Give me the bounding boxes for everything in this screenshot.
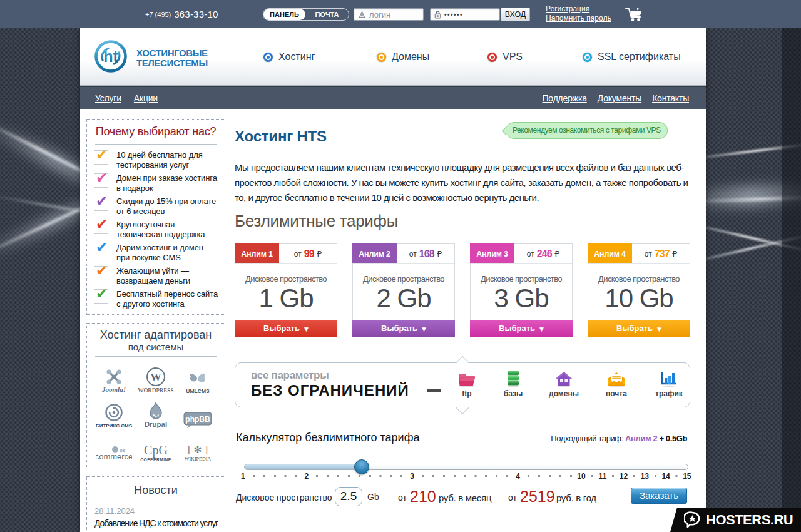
- chevron-down-icon: ▼: [657, 326, 661, 332]
- subnav-support[interactable]: Поддержка: [543, 93, 587, 103]
- remind-password-link[interactable]: Напомнить пароль: [546, 14, 611, 23]
- user-icon: [358, 11, 366, 19]
- cms-logo-wordpress: W WORDPRESS: [135, 359, 177, 394]
- company-name: ХОСТИНГОВЫЕ ТЕЛЕСИСТЕМЫ: [136, 48, 208, 68]
- cms-logo-joomla: Joomla!: [93, 359, 135, 394]
- lock-icon: [434, 11, 441, 19]
- tariff-badge: Анлим 1: [235, 243, 279, 263]
- adapted-box: Хостинг адаптирован под системы J: [86, 323, 225, 468]
- nav-vps[interactable]: VPS: [487, 28, 523, 86]
- choose-button[interactable]: Выбрать▼: [352, 320, 455, 337]
- nav-label: Домены: [392, 51, 429, 63]
- check-icon: ✔: [94, 220, 108, 234]
- disk-size: 10 Gb: [588, 284, 690, 313]
- unlimited-panel: все параметры БЕЗ ОГРАНИЧЕНИЙ ftp: [235, 362, 690, 407]
- subnav-documents[interactable]: Документы: [598, 93, 641, 103]
- login-input[interactable]: логин: [354, 8, 424, 21]
- choose-label: Выбрать: [499, 324, 535, 333]
- scale-dot: [523, 472, 534, 480]
- scale-dot: [460, 472, 471, 480]
- chevron-down-icon: ▼: [422, 326, 426, 332]
- cms-logo-umlcms: UMLCMS: [176, 359, 218, 394]
- nav-ssl[interactable]: SSL сертификаты: [583, 28, 681, 86]
- scale-number: 2: [301, 473, 312, 480]
- tariffs-title: Безлимитные тарифы: [235, 212, 690, 231]
- disk-value-input[interactable]: 2.5: [335, 487, 362, 506]
- company-line2: ТЕЛЕСИСТЕМЫ: [136, 58, 208, 68]
- svg-text:W: W: [150, 371, 161, 383]
- password-input[interactable]: ••••••: [430, 8, 500, 21]
- subnav-left: Услуги Акции: [80, 93, 158, 103]
- check-icon: ✔: [94, 197, 108, 211]
- scale-dot: [502, 472, 513, 480]
- choose-button[interactable]: Выбрать▼: [470, 320, 573, 337]
- news-link[interactable]: Добавление НДС к стоимости услуг с 01.01…: [94, 517, 218, 532]
- why-item-text: Дарим хостинг и домен при покупке CMS: [116, 243, 218, 263]
- scale-dot: [534, 472, 544, 480]
- divider: [95, 144, 217, 145]
- enter-button[interactable]: ВХОД: [501, 8, 530, 21]
- price-number: 737: [655, 249, 670, 259]
- tariff-price: от 246 ₽: [514, 244, 572, 263]
- subnav-contacts[interactable]: Контакты: [652, 93, 689, 103]
- why-item: ✔ Дарим хостинг и домен при покупке CMS: [93, 243, 218, 263]
- cms-logo-oscommerce: os commerce: [93, 428, 135, 463]
- checkmark: ✔: [96, 217, 108, 232]
- radio-icon: [583, 53, 592, 62]
- envelope-icon: [596, 371, 636, 387]
- toggle-panel[interactable]: ПАНЕЛЬ: [263, 9, 305, 20]
- scale-dot: [280, 472, 291, 480]
- why-choose-us-box: Почему выбирают нас? ✔ 10 дней бесплатно…: [86, 119, 225, 315]
- intro-paragraph: Мы предоставляем нашим клиентам техничес…: [235, 160, 690, 205]
- calculator-bottom: Дисковое пространство 2.5 Gb от 210 руб.…: [235, 487, 690, 508]
- scale-number: 15: [681, 473, 692, 480]
- feature-label: домены: [544, 390, 584, 397]
- scale-dot: [428, 472, 439, 480]
- scale-dot: [248, 472, 259, 480]
- choose-label: Выбрать: [263, 324, 300, 333]
- scale-dot: [385, 472, 396, 480]
- panel-line1: все параметры: [251, 369, 409, 382]
- monthly-suffix: руб. в месяц: [439, 493, 491, 503]
- cms-logo-bitrix: БИТРИКС.CMS: [93, 394, 135, 428]
- vps-recommendation-bubble[interactable]: Рекомендуем ознакомиться с тарифами VPS: [506, 122, 668, 139]
- logo[interactable]: ht ХОСТИНГОВЫЕ ТЕЛЕСИСТЕМЫ: [94, 40, 208, 73]
- svg-text:phpBB: phpBB: [185, 415, 210, 424]
- check-icon: ✔: [94, 173, 108, 188]
- price-number: 99: [304, 249, 314, 259]
- radio-icon: [487, 53, 497, 62]
- toggle-mail[interactable]: ПОЧТА: [305, 9, 349, 20]
- tariff-card-anlim4: Анлим 4 от 737 ₽ Дисковое пространство 1…: [588, 243, 690, 337]
- check-icon: ✔: [94, 243, 108, 257]
- choose-button[interactable]: Выбрать▼: [588, 320, 690, 337]
- scale-dot: [586, 472, 597, 480]
- svg-text:ht: ht: [103, 48, 118, 65]
- nav-hosting[interactable]: Хостинг: [263, 28, 315, 86]
- nav-domains[interactable]: Домены: [377, 28, 429, 86]
- account-links: Регистрация Напомнить пароль: [546, 4, 611, 23]
- suitable-plan-link[interactable]: Анлим 2: [625, 434, 657, 443]
- nav-label: VPS: [503, 51, 523, 63]
- subnav-promotions[interactable]: Акции: [134, 93, 158, 103]
- cms-logo-phpbb: phpBB: [176, 394, 218, 428]
- scale-number: 3: [407, 473, 417, 480]
- speech-bubble-star-icon: [684, 511, 701, 528]
- login-placeholder: логин: [369, 10, 390, 19]
- choose-button[interactable]: Выбрать▼: [235, 320, 337, 337]
- cart-icon[interactable]: [625, 7, 645, 23]
- svg-text:WORDPRESS: WORDPRESS: [138, 387, 173, 394]
- company-line1: ХОСТИНГОВЫЕ: [136, 48, 208, 58]
- checkmark: ✔: [96, 263, 108, 278]
- sidebar: Почему выбирают нас? ✔ 10 дней бесплатно…: [80, 109, 235, 532]
- subnav-services[interactable]: Услуги: [95, 93, 121, 103]
- register-link[interactable]: Регистрация: [546, 4, 611, 14]
- hosters-watermark: HOSTERS.RU: [670, 508, 801, 532]
- phone-number: 363-33-10: [174, 9, 218, 19]
- scale-dot: [344, 472, 354, 480]
- panel-notch-bottom: [456, 401, 469, 414]
- slider-handle[interactable]: [354, 459, 369, 474]
- order-button[interactable]: Заказать: [631, 488, 687, 504]
- scale-dot: [322, 472, 333, 480]
- cms-logo-drupal: Drupal: [135, 394, 177, 428]
- scale-number: 12: [618, 473, 629, 480]
